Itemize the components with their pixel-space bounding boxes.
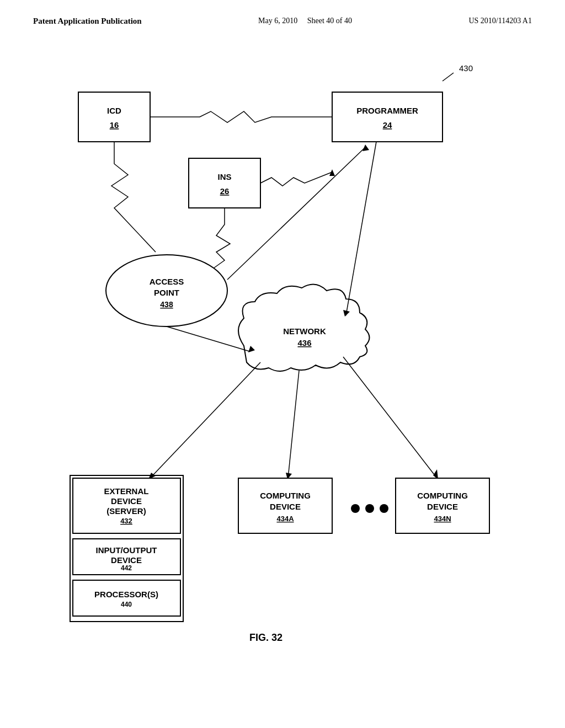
computing-a-label2: DEVICE	[270, 502, 301, 511]
computing-a-sublabel: 434A	[276, 515, 294, 523]
access-point-label: ACCESS	[150, 277, 184, 286]
dots-2	[365, 504, 374, 513]
ref-430: 430	[459, 63, 473, 73]
diagram-svg: 430 ICD 16 PROGRAMMER 24 INS 26	[33, 37, 532, 666]
ins-access-line	[205, 208, 230, 274]
processor-label: PROCESSOR(S)	[94, 590, 158, 599]
page: Patent Application Publication May 6, 20…	[0, 0, 565, 728]
header-date: May 6, 2010	[258, 17, 297, 25]
access-point-label2: POINT	[154, 288, 179, 297]
dots-3	[380, 504, 388, 513]
figure-label: FIG. 32	[249, 632, 282, 643]
computing-n-sublabel: 434N	[434, 515, 451, 523]
page-header: Patent Application Publication May 6, 20…	[33, 17, 532, 31]
programmer-sublabel: 24	[383, 120, 392, 130]
icd-box	[78, 92, 150, 142]
ins-sublabel: 26	[220, 186, 230, 196]
network-external-line	[150, 362, 260, 478]
external-device-label3: (SERVER)	[106, 506, 146, 516]
processor-sublabel: 440	[121, 601, 132, 608]
programmer-network-line	[346, 142, 376, 315]
header-right: US 2010/114203 A1	[468, 17, 532, 25]
external-device-label1: EXTERNAL	[104, 486, 149, 496]
ins-box	[189, 158, 260, 208]
header-center: May 6, 2010 Sheet 40 of 40	[258, 17, 352, 25]
icd-label: ICD	[107, 106, 121, 115]
network-sublabel: 436	[297, 338, 311, 347]
computing-a-label1: COMPUTING	[260, 491, 311, 500]
network-computingn-line	[343, 357, 437, 478]
io-device-label2: DEVICE	[111, 555, 142, 565]
ins-label: INS	[217, 172, 231, 181]
network-computinga-line	[288, 371, 299, 478]
external-device-label2: DEVICE	[111, 496, 142, 506]
ins-programmer-line	[260, 172, 332, 186]
access-point-sublabel: 438	[160, 300, 173, 309]
io-device-sublabel: 442	[121, 564, 132, 572]
programmer-box	[332, 92, 443, 142]
network-label: NETWORK	[283, 326, 326, 336]
diagram-area: 430 ICD 16 PROGRAMMER 24 INS 26	[33, 37, 532, 666]
icd-sublabel: 16	[110, 120, 119, 130]
computing-n-label1: COMPUTING	[417, 491, 468, 500]
icd-programmer-line	[150, 111, 332, 122]
io-device-label1: INPUT/OUTPUT	[96, 545, 157, 555]
dots-1	[351, 504, 360, 513]
access-network-line	[167, 326, 249, 351]
access-programmer-arrow	[363, 144, 369, 151]
computing-n-label2: DEVICE	[427, 502, 458, 511]
external-device-sublabel: 432	[120, 517, 132, 525]
header-left: Patent Application Publication	[33, 17, 142, 26]
svg-line-0	[443, 73, 454, 81]
programmer-label: PROGRAMMER	[356, 106, 418, 115]
header-sheet: Sheet 40 of 40	[307, 17, 352, 25]
icd-to-access-line	[111, 142, 156, 252]
